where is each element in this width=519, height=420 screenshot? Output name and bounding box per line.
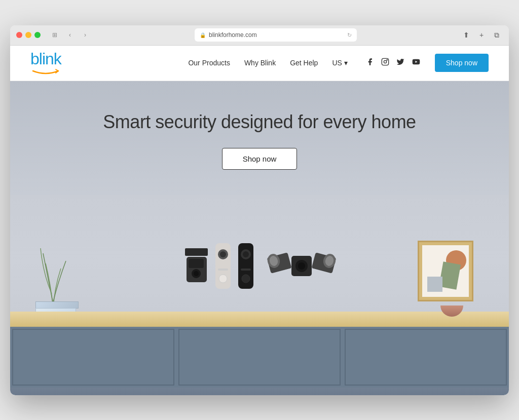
svg-rect-0 [382,58,388,65]
svg-rect-8 [189,259,204,268]
instagram-icon[interactable] [381,58,389,68]
browser-titlebar: ⊞ ‹ › 🔒 blinkforhome.com ↻ ⬆ + ⧉ [10,25,509,46]
svg-point-15 [219,275,227,283]
logo-arrow-icon [30,67,61,75]
hero-title: Smart security designed for every home [103,111,416,133]
floodlight-camera [266,246,337,288]
browser-controls: ⊞ ‹ › [49,30,91,40]
tabs-button[interactable]: ⧉ [491,30,503,40]
svg-point-23 [298,262,305,270]
art-frame [418,241,473,301]
svg-point-20 [242,275,250,283]
browser-right-controls: ⬆ + ⧉ [460,30,503,40]
address-bar-container: 🔒 blinkforhome.com ↻ [95,28,456,42]
logo-text: blink [30,51,61,67]
maximize-button[interactable] [34,32,41,38]
svg-point-2 [387,60,387,60]
cabinet [10,327,509,388]
doorbell-svg [213,243,233,289]
nav-get-help[interactable]: Get Help [290,59,318,67]
nav-why-blink[interactable]: Why Blink [244,59,276,67]
minimize-button[interactable] [25,32,31,38]
website: blink Our Products Why Blink Get Help US… [10,46,509,395]
svg-rect-19 [241,269,251,271]
forward-button[interactable]: › [79,30,91,40]
shop-now-nav-button[interactable]: Shop now [435,54,489,72]
share-button[interactable]: ⬆ [460,30,472,40]
lock-icon: 🔒 [200,32,206,38]
cabinet-panel-left [12,329,174,386]
cabinet-panel-center [178,329,341,386]
nav-social [366,58,421,68]
bowl-shape [440,306,463,317]
facebook-icon[interactable] [366,58,374,68]
bowl-decoration [440,306,463,317]
doorbell-camera-dark [236,243,256,291]
outdoor-camera-mount [182,246,210,286]
nav-our-products[interactable]: Our Products [188,59,230,67]
back-button[interactable]: ‹ [64,30,76,40]
url-text: blinkforhome.com [209,31,257,39]
doorbell-camera [213,243,233,291]
art-inner [422,245,469,297]
new-tab-button[interactable]: + [475,30,488,40]
book-top [35,301,79,309]
svg-point-1 [384,60,386,63]
browser-window: ⊞ ‹ › 🔒 blinkforhome.com ↻ ⬆ + ⧉ blink [10,25,509,395]
svg-rect-6 [185,248,208,256]
logo[interactable]: blink [30,51,61,75]
navbar: blink Our Products Why Blink Get Help US… [10,46,509,81]
sidebar-toggle-button[interactable]: ⊞ [49,30,61,40]
hero-shop-now-button[interactable]: Shop now [222,148,298,170]
address-bar[interactable]: 🔒 blinkforhome.com ↻ [195,28,357,42]
nav-links: Our Products Why Blink Get Help US ▾ [188,54,489,72]
floodlight-svg [266,246,337,286]
cabinet-panel-right [345,329,507,386]
reload-icon[interactable]: ↻ [347,32,352,39]
product-scene: | Art & Design [10,195,509,388]
doorbell-dark-svg [236,243,256,289]
shelf-surface [10,312,509,327]
art-shape-3 [427,277,442,292]
svg-rect-14 [218,269,228,271]
twitter-icon[interactable] [396,58,404,68]
youtube-icon[interactable] [412,58,421,68]
outdoor-camera-svg [182,246,210,284]
nav-us-selector[interactable]: US ▾ [332,59,347,67]
svg-point-10 [194,271,199,276]
svg-point-13 [220,251,226,257]
traffic-lights [16,32,41,38]
close-button[interactable] [16,32,22,38]
svg-point-18 [243,251,249,257]
hero-section: Smart security designed for every home S… [10,81,509,395]
